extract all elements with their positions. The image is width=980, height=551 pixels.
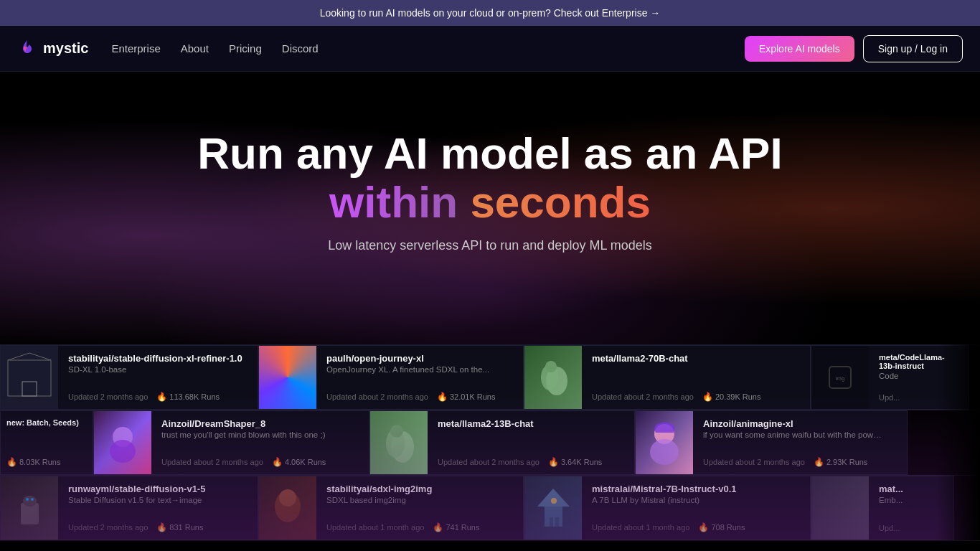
nav-actions: Explore AI models Sign up / Log in [745, 35, 963, 62]
model-name: paulh/open-journey-xl [326, 353, 496, 364]
navigation: mystic Enterprise About Pricing Discord … [0, 26, 980, 72]
svg-point-11 [110, 440, 136, 463]
models-row-1: stabilityai/stable-diffusion-xl-refiner-… [0, 344, 980, 410]
model-updated: Upd... [879, 524, 900, 532]
model-card[interactable]: stabilityai/sdxl-img2img SDXL based img2… [258, 476, 524, 540]
thumb-svg [1, 346, 58, 409]
svg-rect-26 [555, 517, 559, 527]
nav-enterprise[interactable]: Enterprise [111, 42, 160, 55]
model-name: Ainzoil/animagine-xl [703, 418, 884, 429]
model-card[interactable]: meta/llama2-13B-chat Updated about 2 mon… [369, 410, 635, 475]
model-name-2: 13b-instruct [879, 362, 945, 370]
svg-rect-18 [23, 496, 37, 507]
signup-button[interactable]: Sign up / Log in [863, 35, 963, 62]
model-desc: Stable Diffusion v1.5 for text→image [68, 496, 205, 504]
fire-icon: 🔥 [702, 392, 713, 402]
model-info: meta/llama2-13B-chat Updated about 2 mon… [428, 411, 612, 474]
model-meta: 🔥 8.03K Runs [6, 457, 93, 467]
logo[interactable]: mystic [17, 39, 88, 59]
model-desc: SDXL based img2img [326, 496, 479, 504]
model-card[interactable]: mistralai/Mistral-7B-Instruct-v0.1 A 7B … [524, 476, 811, 540]
nav-pricing[interactable]: Pricing [229, 42, 262, 55]
model-meta: Updated about 2 months ago 🔥 32.01K Runs [326, 392, 496, 402]
model-desc: OpenJourney XL. A finetuned SDXL on the.… [326, 365, 496, 374]
svg-rect-23 [545, 507, 562, 527]
model-info: runwayml/stable-diffusion-v1-5 Stable Di… [58, 476, 215, 540]
model-updated: Upd... [879, 393, 900, 402]
model-updated: Updated about 2 months ago [161, 458, 263, 466]
logo-text: mystic [43, 40, 88, 57]
svg-point-7 [545, 361, 557, 372]
model-info: new: Batch, Seeds) 🔥 8.03K Runs [1, 411, 93, 474]
hero-title-line1: Run any AI model as an API [197, 128, 782, 178]
nav-links: Enterprise About Pricing Discord [111, 42, 744, 55]
model-updated: Updated about 2 months ago [326, 392, 428, 401]
model-runs: 🔥 708 Runs [698, 522, 745, 532]
model-name: Ainzoil/DreamShaper_8 [161, 418, 326, 429]
model-thumbnail: img [811, 346, 869, 409]
model-name: meta/CodeLlama- [879, 353, 945, 362]
svg-rect-19 [26, 498, 29, 501]
model-updated: Updated 2 months ago [68, 392, 148, 401]
model-desc: SD-XL 1.0-base [68, 365, 242, 374]
fire-icon: 🔥 [433, 522, 443, 532]
model-meta: Upd... [879, 524, 954, 532]
model-card[interactable]: stabilityai/stable-diffusion-xl-refiner-… [0, 345, 258, 410]
hero-title-within: within [329, 177, 458, 227]
model-info: meta/CodeLlama- 13b-instruct Code Upd... [869, 346, 955, 409]
model-name: mat... [879, 484, 954, 494]
model-thumbnail [94, 411, 151, 474]
model-card[interactable]: paulh/open-journey-xl OpenJourney XL. A … [258, 345, 524, 410]
logo-icon [17, 39, 37, 59]
top-banner[interactable]: Looking to run AI models on your cloud o… [0, 0, 980, 26]
model-card[interactable]: meta/llama2-70B-chat Updated about 2 mon… [524, 345, 811, 410]
model-meta: Updated about 1 month ago 🔥 708 Runs [592, 522, 745, 532]
model-thumbnail [1, 346, 58, 409]
model-card[interactable]: mat... Emb... Upd... [811, 476, 954, 540]
model-meta: Updated about 2 months ago 🔥 20.39K Runs [592, 392, 761, 402]
svg-point-16 [650, 439, 679, 465]
nav-discord[interactable]: Discord [282, 42, 319, 55]
model-name: stabilityai/stable-diffusion-xl-refiner-… [68, 353, 242, 364]
hero-content: Run any AI model as an API within second… [14, 129, 966, 253]
hero-title: Run any AI model as an API within second… [14, 129, 966, 227]
hero-subtitle: Low latency serverless API to run and de… [14, 238, 966, 253]
hero-title-seconds: seconds [470, 177, 651, 227]
fire-icon: 🔥 [814, 457, 824, 467]
fire-icon: 🔥 [548, 457, 559, 467]
model-card[interactable]: img meta/CodeLlama- 13b-instruct Code Up… [811, 345, 969, 410]
model-card[interactable]: Ainzoil/DreamShaper_8 trust me you'll ge… [93, 410, 369, 475]
model-info: Ainzoil/DreamShaper_8 trust me you'll ge… [151, 411, 336, 474]
model-updated: Updated about 1 month ago [326, 523, 424, 532]
model-info: paulh/open-journey-xl OpenJourney XL. A … [316, 346, 506, 409]
model-info: mat... Emb... Upd... [869, 476, 954, 540]
model-updated: Updated about 1 month ago [592, 523, 689, 532]
fire-icon: 🔥 [156, 522, 167, 532]
model-card[interactable]: Ainzoil/animagine-xl if you want some an… [635, 410, 908, 475]
model-runs: 🔥 113.68K Runs [156, 392, 220, 402]
model-info: mistralai/Mistral-7B-Instruct-v0.1 A 7B … [582, 476, 755, 540]
model-updated: Updated about 2 months ago [438, 458, 540, 466]
model-runs: 🔥 831 Runs [156, 522, 203, 532]
model-card[interactable]: runwayml/stable-diffusion-v1-5 Stable Di… [0, 476, 258, 540]
fire-icon: 🔥 [698, 522, 709, 532]
svg-rect-25 [550, 517, 553, 527]
model-card[interactable]: new: Batch, Seeds) 🔥 8.03K Runs [0, 410, 93, 475]
model-name: new: Batch, Seeds) [6, 418, 93, 427]
model-thumbnail [636, 411, 693, 474]
model-desc: trust me you'll get mind blown with this… [161, 430, 326, 439]
model-thumbnail [259, 476, 316, 540]
model-runs: 🔥 32.01K Runs [437, 392, 496, 402]
model-updated: Updated 2 months ago [68, 523, 148, 532]
model-info: meta/llama2-70B-chat Updated about 2 mon… [582, 346, 771, 409]
model-runs: 🔥 741 Runs [433, 522, 479, 532]
model-info: stabilityai/sdxl-img2img SDXL based img2… [316, 476, 489, 540]
model-thumbnail [524, 476, 582, 540]
model-runs: 🔥 8.03K Runs [6, 457, 60, 467]
nav-about[interactable]: About [181, 42, 209, 55]
explore-models-button[interactable]: Explore AI models [745, 36, 854, 62]
svg-rect-20 [31, 498, 34, 501]
model-info: Ainzoil/animagine-xl if you want some an… [693, 411, 894, 474]
svg-point-14 [390, 425, 403, 438]
model-thumbnail [811, 476, 869, 540]
